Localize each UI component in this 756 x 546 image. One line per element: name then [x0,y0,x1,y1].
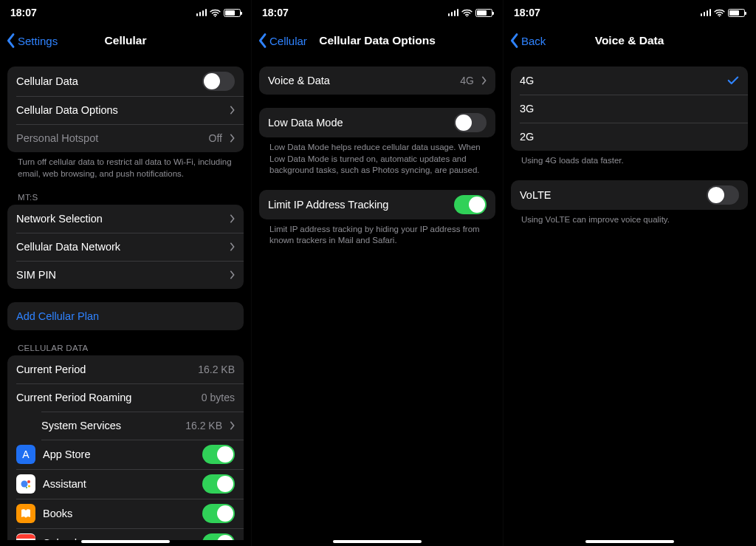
row-limit-ip-tracking[interactable]: Limit IP Address Tracking [259,190,495,219]
status-time: 18:07 [514,7,540,18]
home-indicator[interactable] [81,540,170,543]
toggle-low-data-mode[interactable] [454,113,487,132]
back-button[interactable]: Back [508,32,546,50]
toggle-cellular-data[interactable] [202,72,235,91]
svg-point-6 [719,15,721,16]
label: Cellular Data [16,75,195,87]
calendar-icon [16,533,35,540]
chevron-right-icon [230,134,235,143]
label: 4G [520,75,720,86]
back-label: Cellular [269,35,307,47]
chevron-right-icon [230,214,235,223]
group-carrier: Network Selection Cellular Data Network … [7,205,244,289]
wifi-icon [461,9,472,17]
group-limit-ip: Limit IP Address Tracking [259,190,495,219]
row-2g[interactable]: 2G [511,123,748,151]
row-network-selection[interactable]: Network Selection [7,205,244,233]
value: 16.2 KB [185,420,222,431]
toggle-assistant[interactable] [202,474,235,494]
chevron-right-icon [481,76,487,85]
screenshot-data-options: 18:07 Cellular Cellular Data Options Voi… [252,0,504,546]
scroll-content[interactable]: Voice & Data 4G Low Data Mode Low Data M… [252,56,503,247]
label: 3G [520,103,739,115]
label: Low Data Mode [268,117,447,129]
status-bar: 18:07 [252,0,503,25]
footer-note: Using VoLTE can improve voice quality. [511,210,748,226]
svg-point-2 [27,480,30,483]
row-app-appstore[interactable]: A App Store [7,440,244,469]
assistant-icon [16,474,35,494]
back-button[interactable]: Cellular [256,32,307,50]
svg-point-0 [215,15,216,16]
label: System Services [41,420,178,431]
wifi-icon [714,9,725,17]
label: App Store [43,448,195,460]
group-cellular-main: Cellular Data Cellular Data Options Pers… [7,66,244,152]
toggle-books[interactable] [202,504,235,523]
cell-signal-icon [196,9,207,16]
row-sim-pin[interactable]: SIM PIN [7,261,244,289]
svg-point-3 [28,485,30,487]
row-system-services[interactable]: System Services 16.2 KB [7,412,244,440]
row-current-period[interactable]: Current Period 16.2 KB [7,355,244,383]
svg-point-1 [21,481,28,488]
row-roaming[interactable]: Current Period Roaming 0 bytes [7,383,244,412]
footer-note: Using 4G loads data faster. [511,151,748,167]
row-cellular-data-options[interactable]: Cellular Data Options [7,96,244,124]
row-app-assistant[interactable]: Assistant [7,469,244,499]
row-voice-and-data[interactable]: Voice & Data 4G [259,66,495,95]
label: Current Period Roaming [16,392,194,403]
back-label: Back [521,35,546,47]
row-app-calendar[interactable]: Calendar [7,528,244,540]
back-label: Settings [18,35,58,47]
row-volte[interactable]: VoLTE [511,180,748,210]
label: Voice & Data [268,75,453,86]
row-3g[interactable]: 3G [511,95,748,123]
group-low-data-mode: Low Data Mode [259,108,495,137]
svg-point-5 [467,15,468,16]
books-icon [16,504,35,523]
cell-signal-icon [448,9,459,16]
row-4g[interactable]: 4G [511,66,748,95]
row-cellular-data[interactable]: Cellular Data [7,66,244,96]
appstore-icon: A [16,445,35,464]
back-button[interactable]: Settings [4,32,58,50]
row-cellular-data-network[interactable]: Cellular Data Network [7,233,244,261]
row-app-books[interactable]: Books [7,499,244,528]
label: Add Cellular Plan [16,310,235,322]
nav-bar: Settings Cellular [0,25,251,56]
footer-note: Limit IP address tracking by hiding your… [259,219,495,247]
checkmark-icon [727,75,739,86]
screenshot-cellular: 18:07 Settings Cellular Cellular Data [0,0,252,546]
label: Personal Hotspot [16,132,202,144]
status-time: 18:07 [262,7,289,18]
group-volte: VoLTE [511,180,748,210]
label: Limit IP Address Tracking [268,199,447,211]
header-cellular-data: CELLULAR DATA [7,330,244,355]
label: Cellular Data Options [16,104,222,116]
toggle-appstore[interactable] [202,445,235,464]
footer-note: Low Data Mode helps reduce cellular data… [259,137,495,177]
toggle-calendar[interactable] [202,533,235,540]
scroll-content[interactable]: 4G 3G 2G Using 4G loads data faster. VoL… [504,56,755,225]
row-personal-hotspot[interactable]: Personal Hotspot Off [7,124,244,152]
nav-bar: Cellular Cellular Data Options [252,25,503,56]
toggle-limit-ip[interactable] [454,195,487,214]
group-add-plan: Add Cellular Plan [7,302,244,330]
label: SIM PIN [16,269,222,281]
label: Current Period [16,364,190,375]
header-carrier: MT:S [7,180,244,205]
toggle-volte[interactable] [707,185,739,205]
home-indicator[interactable] [333,540,422,543]
label: VoLTE [520,189,699,201]
add-cellular-plan-button[interactable]: Add Cellular Plan [7,302,244,330]
label: Cellular Data Network [16,241,222,253]
chevron-right-icon [230,242,235,251]
value: Off [209,132,222,144]
chevron-left-icon [256,32,269,50]
group-voice-data: Voice & Data 4G [259,66,495,95]
scroll-content[interactable]: Cellular Data Cellular Data Options Pers… [0,56,251,540]
home-indicator[interactable] [585,540,674,543]
value: 16.2 KB [198,364,235,375]
row-low-data-mode[interactable]: Low Data Mode [259,108,495,137]
